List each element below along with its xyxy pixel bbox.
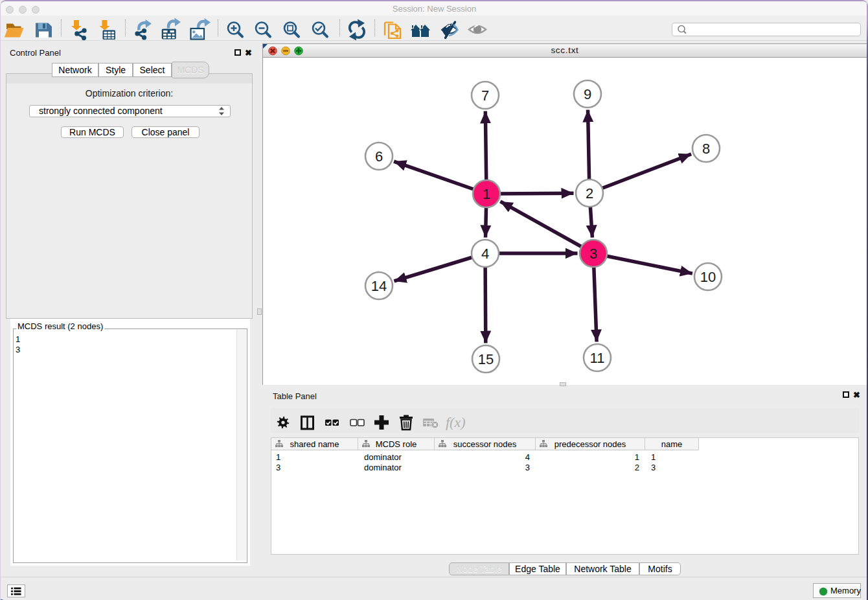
svg-text:2: 2 <box>586 185 593 202</box>
svg-text:6: 6 <box>375 148 383 165</box>
svg-text:8: 8 <box>702 141 710 157</box>
svg-text:14: 14 <box>371 278 387 294</box>
svg-text:3: 3 <box>589 246 597 262</box>
svg-text:7: 7 <box>481 87 489 104</box>
svg-text:9: 9 <box>584 86 591 102</box>
svg-text:1: 1 <box>483 186 490 202</box>
svg-text:10: 10 <box>700 269 716 285</box>
svg-text:4: 4 <box>481 246 489 262</box>
svg-text:15: 15 <box>478 351 494 367</box>
svg-text:f(x): f(x) <box>446 414 466 430</box>
svg-text:11: 11 <box>590 350 605 366</box>
